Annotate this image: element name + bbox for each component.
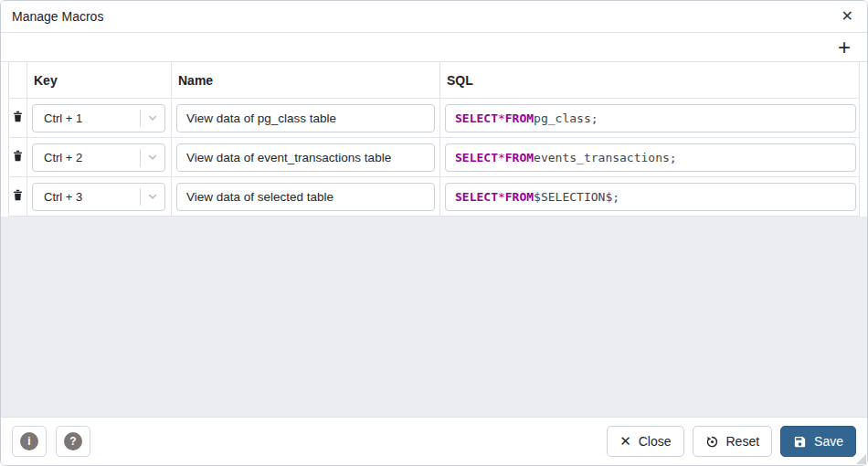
delete-macro-button[interactable]	[10, 148, 26, 167]
key-select-value: Ctrl + 3	[33, 190, 140, 204]
info-button[interactable]: i	[12, 426, 47, 457]
trash-icon	[12, 189, 24, 205]
macro-name-input[interactable]	[176, 143, 435, 172]
macro-row-2: Ctrl + 2 SELECT * FROM events_transactio…	[9, 138, 859, 177]
dialog-titlebar: Manage Macros ✕	[1, 1, 867, 33]
reset-button[interactable]: Reset	[693, 426, 773, 457]
chevron-down-icon	[141, 112, 164, 123]
help-icon: ?	[64, 432, 82, 450]
table-header-row: Key Name SQL	[9, 62, 859, 99]
reset-icon	[705, 435, 719, 449]
empty-area	[1, 217, 867, 417]
macro-name-input[interactable]	[176, 183, 435, 211]
key-select[interactable]: Ctrl + 1	[32, 104, 165, 132]
key-select-value: Ctrl + 2	[33, 151, 140, 164]
key-select[interactable]: Ctrl + 3	[32, 183, 165, 211]
dialog-title: Manage Macros	[12, 9, 103, 24]
macro-name-input[interactable]	[176, 104, 435, 132]
dialog-close-icon[interactable]: ✕	[839, 7, 856, 26]
macro-sql-editor[interactable]: SELECT * FROM $SELECTION$;	[445, 183, 856, 211]
macro-sql-editor[interactable]: SELECT * FROM pg_class;	[445, 104, 856, 132]
macro-row-1: Ctrl + 1 SELECT * FROM pg_class;	[9, 99, 859, 138]
column-header-delete	[9, 62, 27, 98]
delete-macro-button[interactable]	[10, 187, 26, 207]
close-x-icon: ✕	[619, 433, 631, 450]
column-header-name: Name	[172, 62, 440, 98]
delete-macro-button[interactable]	[10, 109, 26, 128]
save-button[interactable]: Save	[780, 426, 856, 457]
chevron-down-icon	[141, 152, 164, 163]
add-macro-button[interactable]: +	[831, 37, 858, 58]
key-select-value: Ctrl + 1	[33, 111, 140, 125]
trash-icon	[12, 150, 24, 165]
close-button[interactable]: ✕ Close	[607, 426, 683, 457]
dialog-footer: i ? ✕ Close Reset Save	[1, 417, 867, 465]
trash-icon	[12, 111, 24, 126]
macros-toolbar: +	[1, 33, 867, 62]
macro-row-3: Ctrl + 3 SELECT * FROM $SELECTION$;	[9, 177, 859, 217]
column-header-sql: SQL	[440, 62, 859, 98]
key-select[interactable]: Ctrl + 2	[32, 143, 165, 172]
manage-macros-dialog: Manage Macros ✕ + Key Name SQL Ctrl + 1	[0, 0, 868, 466]
help-button[interactable]: ?	[56, 426, 90, 457]
save-icon	[793, 435, 807, 449]
column-header-key: Key	[27, 62, 172, 98]
resize-handle[interactable]	[856, 454, 866, 464]
info-icon: i	[20, 432, 38, 450]
chevron-down-icon	[141, 191, 164, 202]
macro-sql-editor[interactable]: SELECT * FROM events_transactions;	[445, 143, 856, 172]
macros-table: Key Name SQL Ctrl + 1 SELECT * F	[8, 62, 860, 217]
